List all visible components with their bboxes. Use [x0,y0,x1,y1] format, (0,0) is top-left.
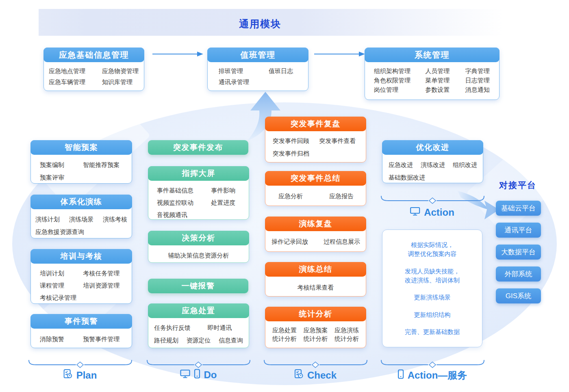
label-action-mid: Action [410,206,454,219]
module-item: 应急地点管理 [49,67,102,76]
module-item: 应急预案 统计分析 [304,326,328,343]
module-item: 应急演练 统计分析 [334,326,359,343]
monitor-icon [180,369,191,381]
box-system-management: 系统管理 组织架构管理 人员管理 字典管理 角色权限管理 菜单管理 日志管理 岗… [365,48,500,100]
module-item: 演练改进 [421,160,445,169]
module-item: 突发事件查看 [319,136,366,145]
label-action-service: Action—服务 [398,369,467,382]
module-item: 通讯录管理 [219,78,269,87]
module-item: 参数设置 [425,85,465,94]
box-statistics-analysis: 统计分析 应急处置 统计分析 应急预案 统计分析 应急演练 统计分析 [265,307,366,348]
module-item: 演练考核 [103,215,127,224]
box-smart-plan: 智能预案 预案编制 智能推荐预案 预案评审 [30,140,132,184]
box-title: 智能预案 [30,140,132,155]
module-item: 资源定位 [187,336,211,345]
box-title: 突发事件总结 [265,171,366,186]
box-title: 应急处置 [148,303,249,318]
module-item: 应急救援资源查询 [35,228,84,235]
box-event-warning: 事件预警 消除预警 预警事件管理 [30,314,132,348]
module-item: 排班管理 [219,67,269,76]
box-title: 培训与考核 [30,249,132,264]
arrow-right-swoosh [455,188,502,226]
box-title: 演练复盘 [265,217,366,231]
box-title: 应急基础信息管理 [43,48,144,62]
box-incident-summary: 突发事件总结 应急分析 应急报告 [265,171,366,206]
module-item: 操作记录回放 [271,237,308,246]
pill-incident-publish: 突发事件发布 [148,140,248,155]
note-item: 更新组织结构 [386,310,479,319]
banner-title: 通用模块 [239,17,281,30]
module-item: 消息通知 [465,85,499,94]
box-title: 指挥大屏 [148,166,249,181]
box-title: 事件预警 [30,314,132,329]
box-command-screen: 指挥大屏 事件基础信息 事件影响 视频监控联动 处置进度 音视频通讯 [148,166,249,220]
module-item: 音视频通讯 [157,210,211,219]
label-text: Plan [76,370,97,381]
box-title: 体系化演练 [30,195,132,209]
box-duty-management: 值班管理 排班管理 值班日志 通讯录管理 [207,48,308,91]
note-item: 完善、更新基础数据 [386,327,479,336]
module-item: 应急物资管理 [102,67,144,76]
note-item: 更新演练场景 [386,293,479,302]
module-item: 事件基础信息 [157,186,211,195]
module-item: 岗位管理 [374,85,425,94]
module-item: 辅助决策信息资源分析 [168,252,229,259]
label-text: Action—服务 [408,369,467,382]
box-optimize-improve: 优化改进 应急改进 演练改进 组织改进 基础数据改进 [382,140,483,183]
box-drill-review: 演练复盘 操作记录回放 过程信息展示 [265,217,366,252]
bracket-action [380,195,485,206]
module-item: 组织架构管理 [374,67,425,76]
module-item: 即时通讯 [207,323,243,332]
module-item: 应急处置 统计分析 [272,326,297,343]
module-item: 值班日志 [269,67,308,76]
module-item: 知识库管理 [102,78,144,87]
phone-icon [398,369,404,381]
module-item: 日志管理 [465,76,499,85]
module-item: 应急分析 [278,192,303,201]
platform-bigdata: 大数据平台 [496,245,541,260]
label-text: Do [204,369,217,381]
module-item: 字典管理 [465,67,499,76]
module-item: 突发事件回顾 [273,136,319,145]
label-text: Check [307,370,337,381]
box-incident-review: 突发事件复盘 突发事件回顾 突发事件查看 突发事件归档 [265,117,366,162]
module-item: 路径规划 [154,336,178,345]
label-check: Check [294,369,337,381]
box-title: 优化改进 [382,140,483,155]
box-emergency-response: 应急处置 任务执行反馈 即时通讯 路径规划 资源定位 信息查询 [148,303,249,348]
module-item: 角色权限管理 [374,76,425,85]
action-notes-box: 根据实际情况， 调整优化预案内容 发现人员缺失技能， 改进演练、培训体制 更新演… [382,230,482,347]
box-title: 系统管理 [365,48,500,62]
box-drill-summary: 演练总结 考核结果查看 [265,262,366,297]
module-item: 处置进度 [211,198,249,207]
platform-external: 外部系统 [496,266,541,282]
label-text: Action [424,207,454,218]
box-training-assessment: 培训与考核 培训计划 考核任务管理 课程管理 培训资源管理 考核记录管理 [30,249,132,304]
module-item: 任务执行反馈 [154,323,207,332]
note-item: 发现人员缺失技能， 改进演练、培训体制 [386,267,479,285]
module-item: 应急报告 [329,192,354,201]
module-item: 培训计划 [40,269,83,278]
label-plan: Plan [63,369,97,381]
clipboard-checklist-icon [294,369,304,381]
platform-gis: GIS系统 [496,288,541,303]
module-item: 视频监控联动 [157,198,211,207]
box-title: 演练总结 [265,262,366,277]
box-systematic-drill: 体系化演练 演练计划 演练场景 演练考核 应急救援资源查询 [30,195,132,238]
module-item: 考核记录管理 [40,293,83,302]
module-item: 考核任务管理 [83,269,132,278]
module-item: 预警事件管理 [83,335,132,344]
box-title: 统计分析 [265,307,366,321]
module-item: 培训资源管理 [83,281,132,290]
module-item: 考核结果查看 [298,284,334,291]
module-item: 演练场景 [69,215,93,224]
platforms-title: 对接平台 [499,180,536,191]
module-item: 预案评审 [40,173,83,182]
platform-cloud: 基础云平台 [496,201,541,216]
module-item: 信息查询 [219,336,243,345]
platform-communication: 通讯平台 [496,223,541,238]
box-title: 决策分析 [148,231,249,245]
arrow-right-connector [313,50,366,59]
box-title: 突发事件复盘 [265,117,366,131]
module-item: 过程信息展示 [324,237,360,246]
